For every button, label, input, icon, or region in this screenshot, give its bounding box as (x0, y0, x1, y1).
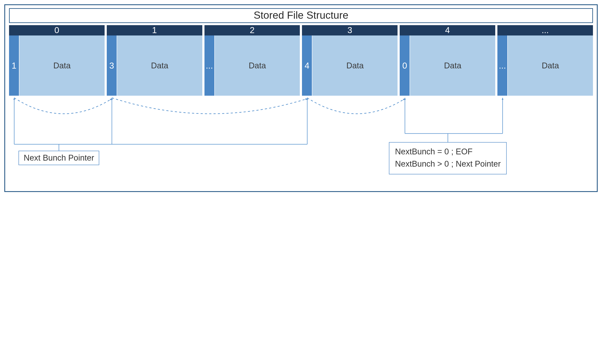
data-cell: Data (215, 35, 300, 96)
block-3: 34Data (302, 25, 398, 96)
data-cell: Data (117, 35, 202, 96)
pointer-cell: 4 (302, 35, 312, 96)
blocks-row: 01Data13Data2...Data34Data40Data......Da… (9, 25, 593, 96)
legend-box: NextBunch = 0 ; EOF NextBunch > 0 ; Next… (389, 142, 507, 174)
data-cell: Data (312, 35, 398, 96)
block-1: 13Data (107, 25, 202, 96)
block-0: 01Data (9, 25, 105, 96)
block-body: ...Data (497, 35, 593, 96)
block-body: 4Data (302, 35, 398, 96)
block-4: 40Data (400, 25, 495, 96)
block-body: 1Data (9, 35, 105, 96)
legend-line-2: NextBunch > 0 ; Next Pointer (395, 158, 501, 170)
block-5: ......Data (497, 25, 593, 96)
diagram-frame: Stored File Structure 01Data13Data2...Da… (4, 4, 598, 192)
block-header: 3 (302, 25, 398, 35)
connectors-area: Next Bunch Pointer NextBunch = 0 ; EOF N… (9, 97, 593, 187)
legend-line-1: NextBunch = 0 ; EOF (395, 146, 501, 158)
block-header: 0 (9, 25, 105, 35)
next-bunch-pointer-label: Next Bunch Pointer (19, 151, 99, 165)
diagram-title: Stored File Structure (9, 8, 593, 23)
pointer-cell: ... (497, 35, 508, 96)
pointer-cell: 3 (107, 35, 117, 96)
block-body: 0Data (400, 35, 495, 96)
data-cell: Data (410, 35, 495, 96)
block-header: 2 (204, 25, 300, 35)
block-header: 1 (107, 25, 202, 35)
data-cell: Data (508, 35, 593, 96)
data-cell: Data (19, 35, 105, 96)
block-body: 3Data (107, 35, 202, 96)
block-body: ...Data (204, 35, 300, 96)
block-header: 4 (400, 25, 495, 35)
block-2: 2...Data (204, 25, 300, 96)
block-header: ... (497, 25, 593, 35)
pointer-cell: 1 (9, 35, 19, 96)
pointer-cell: ... (204, 35, 215, 96)
pointer-cell: 0 (400, 35, 410, 96)
